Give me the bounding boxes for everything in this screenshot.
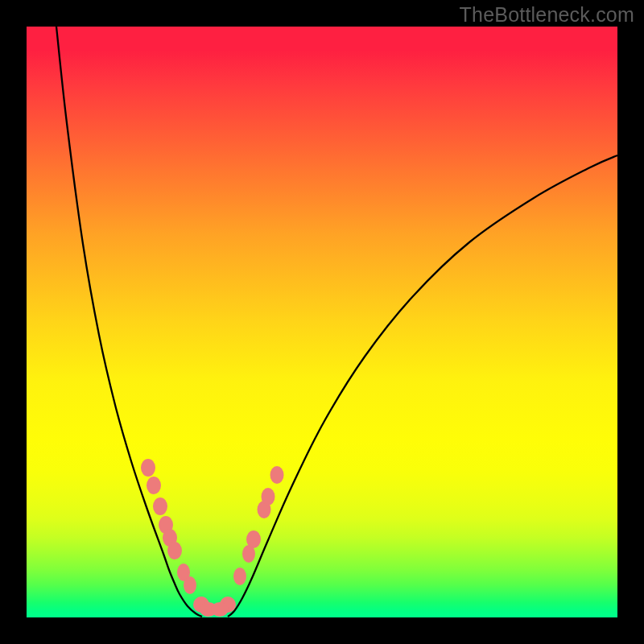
curve-svg xyxy=(27,27,617,617)
chart-frame: TheBottleneck.com xyxy=(0,0,644,644)
bead-right-2 xyxy=(233,568,246,585)
bead-right-5 xyxy=(270,466,284,484)
curve-right-curve xyxy=(228,155,617,617)
bead-bottom-1 xyxy=(211,602,229,617)
bead-right-4 xyxy=(262,488,275,506)
bead-right-1 xyxy=(242,545,255,563)
watermark-text: TheBottleneck.com xyxy=(460,3,634,27)
bead-group xyxy=(141,459,284,617)
curve-left-curve xyxy=(56,27,202,617)
bead-left-5 xyxy=(167,542,182,559)
bead-left-7 xyxy=(184,576,196,594)
bead-left-2 xyxy=(153,497,167,515)
curve-group xyxy=(56,27,617,617)
plot-area xyxy=(27,27,617,617)
bead-left-1 xyxy=(147,477,161,494)
bead-left-0 xyxy=(141,459,155,477)
